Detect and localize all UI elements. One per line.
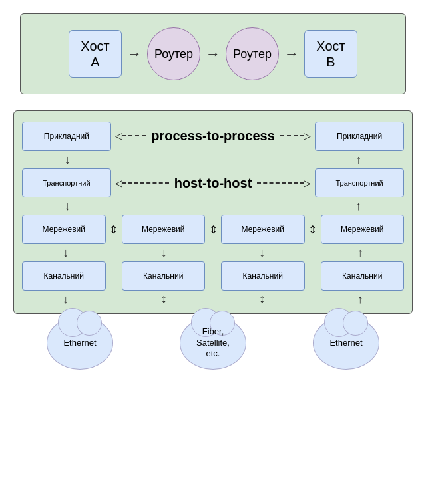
down-arrow-trans-left: ↓ — [65, 200, 71, 212]
up-arrow-mer-right: ↑ — [357, 247, 363, 259]
prykladnyi-right: Прикладний — [315, 122, 404, 151]
kanalnyi-router1: Канальний — [122, 261, 206, 291]
router1-label: Роутер — [154, 47, 193, 61]
merezhevyi-router2: Мережевий — [221, 215, 305, 244]
up-arrow-kan-right: ↑ — [357, 293, 363, 305]
transportnyi-left: Транспортний — [22, 168, 111, 197]
kanalnyi-router2: Канальний — [221, 261, 305, 291]
up-arrow-trans-right: ↑ — [355, 200, 361, 212]
router1-box: Роутер — [147, 27, 200, 80]
merezhevyi-router1: Мережевий — [122, 215, 206, 244]
dashed-right-p2p: ▷ — [304, 130, 311, 141]
inter-arrow-1: ⇕ — [109, 223, 118, 236]
up-arrow-pryk-right: ↑ — [355, 154, 361, 166]
router2-box: Роутер — [226, 27, 279, 80]
fiber-cloud: Fiber, Satellite, etc. — [180, 316, 246, 370]
h2h-label: host-to-host — [169, 176, 258, 191]
transportnyi-right: Транспортний — [315, 168, 404, 197]
fiber-label: Fiber, Satellite, etc. — [196, 326, 230, 360]
clouds-row: Ethernet Fiber, Satellite, etc. Ethernet — [13, 316, 413, 370]
kanalnyi-host-left: Канальний — [22, 261, 106, 291]
host-a-box: Хост A — [69, 30, 122, 78]
arrow-3: → — [279, 45, 304, 63]
merezhevyi-host-right: Мережевий — [321, 215, 405, 244]
host-b-label: Хост B — [316, 38, 345, 70]
updown-arrow-kan-r2: ↕ — [259, 292, 265, 307]
host-a-label: Хост A — [81, 38, 109, 70]
arrow-2: → — [200, 45, 226, 63]
ethernet1-cloud: Ethernet — [47, 316, 113, 370]
prykladnyi-left: Прикладний — [22, 122, 111, 151]
down-arrow-mer-r2: ↓ — [259, 247, 265, 259]
down-arrow-mer-left: ↓ — [63, 247, 69, 259]
kanalnyi-host-right: Канальний — [321, 261, 405, 291]
arrow-1: → — [122, 45, 147, 63]
updown-arrow-kan-r1: ↕ — [161, 292, 167, 307]
ethernet2-cloud: Ethernet — [313, 316, 379, 370]
down-arrow-pryk-left: ↓ — [65, 154, 71, 166]
down-arrow-mer-r1: ↓ — [161, 247, 167, 259]
p2p-label: process-to-process — [146, 128, 280, 144]
main-container: Хост A → Роутер → Роутер → Хост B Прикла… — [0, 0, 426, 504]
merezhevyi-host-left: Мережевий — [22, 215, 106, 244]
bottom-diagram: Прикладний ◁ process-to-process ▷ — [13, 110, 413, 314]
down-arrow-kan-left: ↓ — [63, 293, 69, 305]
top-diagram: Хост A → Роутер → Роутер → Хост B — [20, 13, 406, 94]
host-b-box: Хост B — [304, 30, 357, 78]
inter-arrow-2: ⇕ — [209, 223, 218, 236]
ethernet2-label: Ethernet — [329, 338, 362, 349]
router2-label: Роутер — [233, 47, 272, 61]
inter-arrow-3: ⇕ — [308, 223, 317, 236]
ethernet1-label: Ethernet — [63, 338, 96, 349]
